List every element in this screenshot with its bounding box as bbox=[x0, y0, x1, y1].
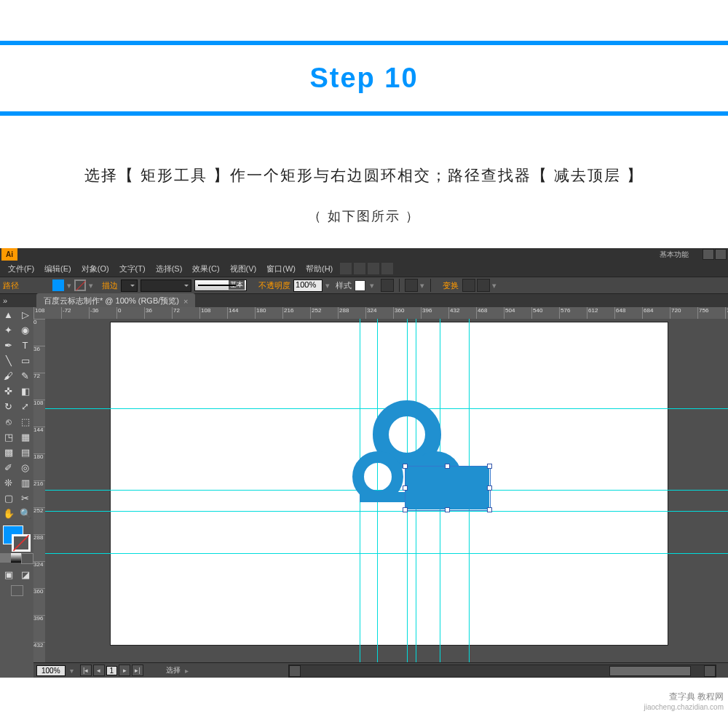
menu-extra-icon[interactable] bbox=[340, 263, 352, 274]
artboard-prev-button[interactable]: ◂ bbox=[93, 665, 105, 676]
style-swatch[interactable] bbox=[355, 280, 365, 291]
artboard-first-button[interactable]: |◂ bbox=[80, 665, 92, 676]
style-label: 样式 bbox=[336, 280, 352, 291]
watermark-line2: jiaocheng.chazidian.com bbox=[644, 703, 724, 711]
pencil-tool[interactable]: ✎ bbox=[17, 368, 33, 384]
menu-item[interactable]: 窗口(W) bbox=[261, 263, 301, 274]
screen-mode-button[interactable] bbox=[11, 585, 23, 596]
menu-extra-icon[interactable] bbox=[381, 263, 393, 274]
status-bar: 100% ▾ |◂ ◂ 1 ▸ ▸| 选择 ▸ bbox=[33, 662, 728, 678]
menu-item[interactable]: 帮助(H) bbox=[301, 263, 338, 274]
stroke-swatch[interactable] bbox=[74, 279, 86, 291]
tab-title: 百度云标志制作* @ 100% (RGB/预览) bbox=[44, 295, 179, 306]
transform-icon-1[interactable] bbox=[462, 279, 475, 292]
gradient-mode-icon[interactable] bbox=[11, 553, 22, 563]
line-tool[interactable]: ╲ bbox=[0, 353, 17, 368]
rotate-tool[interactable]: ↻ bbox=[0, 399, 17, 414]
align-icon[interactable] bbox=[405, 279, 418, 292]
instruction-text: 选择【 矩形工具 】作一个矩形与右边圆环相交；路径查找器【 减去顶层 】 bbox=[0, 165, 728, 186]
blob-brush-tool[interactable]: ✜ bbox=[0, 384, 17, 399]
opacity-label: 不透明度 bbox=[258, 280, 290, 291]
rectangle-tool[interactable]: ▭ bbox=[17, 353, 33, 368]
direct-selection-tool[interactable]: ▷ bbox=[17, 307, 33, 322]
scroll-left-button[interactable] bbox=[289, 665, 301, 677]
lasso-tool[interactable]: ◉ bbox=[17, 322, 33, 338]
magic-wand-tool[interactable]: ✦ bbox=[0, 322, 17, 338]
brush-tool[interactable]: 🖌 bbox=[0, 368, 17, 384]
fill-stroke-control[interactable] bbox=[0, 524, 33, 552]
scroll-right-button[interactable] bbox=[704, 665, 716, 677]
menu-item[interactable]: 文件(F) bbox=[3, 263, 39, 274]
canvas-area[interactable] bbox=[45, 319, 728, 663]
drawn-rectangle[interactable] bbox=[405, 466, 489, 509]
menu-extra-icon[interactable] bbox=[354, 263, 365, 274]
toolbox: ▲▷ ✦◉ ✒T ╲▭ 🖌✎ ✜◧ ↻⤢ ⎋⬚ ◳▦ ▩▤ ✐◎ ❊▥ ▢✂ ✋… bbox=[0, 307, 34, 678]
scroll-thumb[interactable] bbox=[609, 666, 691, 676]
blend-tool[interactable]: ◎ bbox=[17, 460, 33, 475]
stroke-color-box[interactable] bbox=[12, 534, 31, 552]
gradient-tool[interactable]: ▤ bbox=[17, 445, 33, 460]
menu-item[interactable]: 选择(S) bbox=[151, 263, 188, 274]
document-tab[interactable]: 百度云标志制作* @ 100% (RGB/预览) × bbox=[36, 293, 195, 309]
free-transform-tool[interactable]: ⬚ bbox=[17, 414, 33, 429]
opacity-value[interactable]: 100% bbox=[293, 279, 323, 292]
menu-item[interactable]: 文字(T) bbox=[114, 263, 151, 274]
ruler-horizontal[interactable]: 108-72-360367210814418021625228832436039… bbox=[33, 307, 728, 320]
artboard-number[interactable]: 1 bbox=[106, 666, 118, 675]
zoom-tool[interactable]: 🔍 bbox=[17, 506, 33, 521]
artboard-tool[interactable]: ▢ bbox=[0, 491, 17, 506]
watermark-line1: 查字典 教程网 bbox=[669, 691, 724, 702]
perspective-tool[interactable]: ▦ bbox=[17, 429, 33, 445]
hand-tool[interactable]: ✋ bbox=[0, 506, 17, 521]
workspace-label[interactable]: 基本功能 bbox=[660, 250, 689, 260]
guide-horizontal[interactable] bbox=[45, 553, 728, 554]
sub-instruction-text: （ 如下图所示 ） bbox=[0, 207, 728, 225]
transform-icon-2[interactable] bbox=[477, 279, 490, 292]
minimize-button[interactable] bbox=[703, 249, 714, 260]
step-title: Step 10 bbox=[0, 45, 728, 111]
control-bar: 路径 ▾ ▾ 描边 基本 不透明度 100% ▾ 样式 ▾ ▾ 变换 ▾ bbox=[0, 277, 728, 294]
transform-label: 变换 bbox=[443, 280, 459, 291]
shape-builder-tool[interactable]: ◳ bbox=[0, 429, 17, 445]
horizontal-scrollbar[interactable] bbox=[288, 665, 716, 678]
app-logo: Ai bbox=[1, 248, 17, 261]
menu-item[interactable]: 视图(V) bbox=[225, 263, 262, 274]
zoom-readout[interactable]: 100% bbox=[36, 665, 66, 676]
none-mode-icon[interactable] bbox=[21, 553, 33, 564]
draw-mode-behind[interactable]: ◪ bbox=[17, 567, 33, 582]
color-mode-icon[interactable] bbox=[0, 553, 11, 563]
mesh-tool[interactable]: ▩ bbox=[0, 445, 17, 460]
type-tool[interactable]: T bbox=[17, 338, 33, 353]
draw-mode-normal[interactable]: ▣ bbox=[0, 567, 17, 582]
pen-tool[interactable]: ✒ bbox=[0, 338, 17, 353]
scale-tool[interactable]: ⤢ bbox=[17, 399, 33, 414]
watermark: 查字典 教程网 jiaocheng.chazidian.com bbox=[644, 691, 724, 711]
menu-item[interactable]: 对象(O) bbox=[76, 263, 114, 274]
stroke-width-dropdown[interactable] bbox=[141, 279, 191, 292]
illustrator-window: Ai 基本功能 文件(F)编辑(E)对象(O)文字(T)选择(S)效果(C)视图… bbox=[0, 248, 728, 678]
menu-extra-icon[interactable] bbox=[368, 263, 379, 274]
slice-tool[interactable]: ✂ bbox=[17, 491, 33, 506]
maximize-button[interactable] bbox=[715, 249, 727, 260]
graph-tool[interactable]: ▥ bbox=[17, 475, 33, 491]
menu-bar: 文件(F)编辑(E)对象(O)文字(T)选择(S)效果(C)视图(V)窗口(W)… bbox=[0, 261, 728, 277]
selection-tool[interactable]: ▲ bbox=[0, 307, 17, 322]
tab-close-icon[interactable]: × bbox=[183, 297, 188, 306]
fill-swatch[interactable] bbox=[52, 279, 64, 291]
brush-preset[interactable]: 基本 bbox=[194, 279, 247, 291]
menu-item[interactable]: 编辑(E) bbox=[39, 263, 76, 274]
artboard-last-button[interactable]: ▸| bbox=[132, 665, 143, 676]
symbol-sprayer-tool[interactable]: ❊ bbox=[0, 475, 17, 491]
stroke-label: 描边 bbox=[102, 280, 118, 291]
stroke-weight-dropdown[interactable] bbox=[121, 279, 138, 292]
width-tool[interactable]: ⎋ bbox=[0, 414, 17, 429]
status-mode-label: 选择 bbox=[166, 665, 181, 675]
banner-line-bottom bbox=[0, 111, 728, 116]
eyedropper-tool[interactable]: ✐ bbox=[0, 460, 17, 475]
side-label: 路径 bbox=[3, 280, 19, 291]
menu-item[interactable]: 效果(C) bbox=[187, 263, 224, 274]
ruler-vertical[interactable]: 03672108144180216252288324360396432468 bbox=[33, 319, 46, 663]
recolor-icon[interactable] bbox=[381, 279, 394, 292]
artboard-next-button[interactable]: ▸ bbox=[119, 665, 130, 676]
eraser-tool[interactable]: ◧ bbox=[17, 384, 33, 399]
